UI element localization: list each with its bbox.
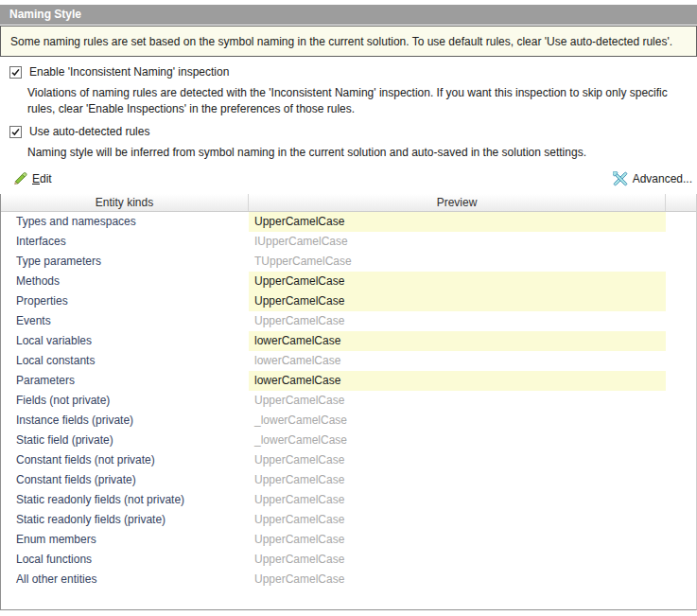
edit-button[interactable]: Edit [12, 171, 52, 186]
entity-kind-cell: Static readonly fields (private) [1, 510, 249, 530]
preview-cell: UpperCamelCase [249, 291, 666, 311]
preview-cell: UpperCamelCase [249, 510, 666, 530]
table-body: Types and namespaces UpperCamelCase Inte… [1, 212, 696, 590]
auto-detected-rules-option[interactable]: Use auto-detected rules [9, 124, 149, 139]
entity-kind-cell: Local variables [1, 331, 249, 351]
column-header-preview: Preview [249, 194, 666, 211]
preview-cell: lowerCamelCase [249, 371, 666, 391]
checkmark-icon [10, 127, 21, 137]
auto-detected-rules-description: Naming style will be inferred from symbo… [27, 145, 689, 161]
entity-kind-cell: Instance fields (private) [1, 411, 249, 431]
column-header-spacer [666, 194, 696, 211]
table-row[interactable]: Local functions UpperCamelCase [1, 550, 696, 570]
preview-cell: UpperCamelCase [249, 450, 666, 470]
preview-cell: UpperCamelCase [249, 550, 666, 570]
entity-kind-cell: Static readonly fields (not private) [1, 490, 249, 510]
table-row[interactable]: Parameters lowerCamelCase [1, 371, 696, 391]
inconsistent-naming-label: Enable 'Inconsistent Naming' inspection [29, 65, 229, 79]
table-row[interactable]: Constant fields (private) UpperCamelCase [1, 470, 696, 490]
preview-cell: UpperCamelCase [249, 212, 666, 232]
preview-cell: TUpperCamelCase [249, 252, 666, 272]
info-banner-text: Some naming rules are set based on the s… [10, 35, 672, 48]
tools-icon [613, 171, 628, 186]
table-row[interactable]: Local constants lowerCamelCase [1, 351, 696, 371]
preview-cell: UpperCamelCase [249, 490, 666, 510]
entity-kind-cell: Parameters [1, 371, 249, 391]
table-row[interactable]: Type parameters TUpperCamelCase [1, 252, 696, 272]
preview-cell: UpperCamelCase [249, 530, 666, 550]
panel-title: Naming Style [0, 5, 697, 25]
entity-kind-cell: Properties [1, 291, 249, 311]
entity-kind-cell: Local constants [1, 351, 249, 371]
table-row[interactable]: Constant fields (not private) UpperCamel… [1, 450, 696, 470]
edit-button-label: Edit [32, 172, 52, 185]
table-row[interactable]: Properties UpperCamelCase [1, 291, 696, 311]
preview-cell: UpperCamelCase [249, 470, 666, 490]
table-row[interactable]: Local variables lowerCamelCase [1, 331, 696, 351]
entity-kind-cell: All other entities [1, 570, 249, 590]
preview-cell: lowerCamelCase [249, 351, 666, 371]
naming-rules-table: Entity kinds Preview Types and namespace… [0, 194, 697, 610]
table-row[interactable]: All other entities UpperCamelCase [1, 570, 696, 590]
table-row[interactable]: Fields (not private) UpperCamelCase [1, 391, 696, 411]
info-banner: Some naming rules are set based on the s… [0, 26, 697, 57]
table-row[interactable]: Instance fields (private) _lowerCamelCas… [1, 411, 696, 431]
table-row[interactable]: Enum members UpperCamelCase [1, 530, 696, 550]
advanced-button-label: Advanced... [633, 172, 692, 185]
entity-kind-cell: Fields (not private) [1, 391, 249, 411]
pencil-icon [12, 171, 27, 186]
entity-kind-cell: Constant fields (private) [1, 470, 249, 490]
entity-kind-cell: Static field (private) [1, 431, 249, 450]
table-row[interactable]: Interfaces IUpperCamelCase [1, 232, 696, 252]
preview-cell: _lowerCamelCase [249, 431, 666, 450]
table-row[interactable]: Events UpperCamelCase [1, 311, 696, 331]
entity-kind-cell: Types and namespaces [1, 212, 249, 232]
preview-cell: lowerCamelCase [249, 331, 666, 351]
table-row[interactable]: Static field (private) _lowerCamelCase [1, 431, 696, 450]
entity-kind-cell: Constant fields (not private) [1, 450, 249, 470]
table-row[interactable]: Methods UpperCamelCase [1, 272, 696, 291]
advanced-button[interactable]: Advanced... [613, 171, 692, 186]
auto-detected-rules-checkbox[interactable] [9, 126, 22, 138]
inconsistent-naming-checkbox[interactable] [9, 66, 22, 79]
entity-kind-cell: Interfaces [1, 232, 249, 252]
entity-kind-cell: Events [1, 311, 249, 331]
preview-cell: UpperCamelCase [249, 272, 666, 291]
inconsistent-naming-option[interactable]: Enable 'Inconsistent Naming' inspection [9, 64, 229, 79]
entity-kind-cell: Local functions [1, 550, 249, 570]
table-row[interactable]: Static readonly fields (private) UpperCa… [1, 510, 696, 530]
preview-cell: _lowerCamelCase [249, 411, 666, 431]
inconsistent-naming-description: Violations of naming rules are detected … [27, 85, 682, 116]
column-header-entity-kinds: Entity kinds [1, 194, 249, 211]
preview-cell: UpperCamelCase [249, 570, 666, 590]
checkmark-icon [10, 67, 21, 78]
table-row[interactable]: Types and namespaces UpperCamelCase [1, 212, 696, 232]
preview-cell: IUpperCamelCase [249, 232, 666, 252]
entity-kind-cell: Enum members [1, 530, 249, 550]
entity-kind-cell: Methods [1, 272, 249, 291]
table-header: Entity kinds Preview [1, 194, 696, 212]
preview-cell: UpperCamelCase [249, 391, 666, 411]
table-row[interactable]: Static readonly fields (not private) Upp… [1, 490, 696, 510]
auto-detected-rules-label: Use auto-detected rules [29, 125, 149, 138]
preview-cell: UpperCamelCase [249, 311, 666, 331]
entity-kind-cell: Type parameters [1, 252, 249, 272]
